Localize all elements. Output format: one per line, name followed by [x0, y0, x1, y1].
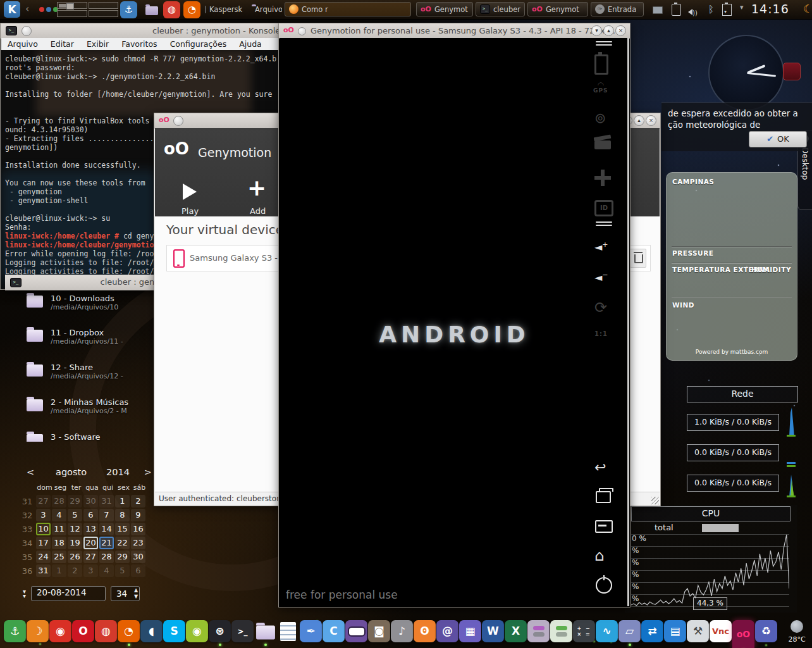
calendar-day[interactable]: 28 — [52, 495, 66, 508]
window-menu-button[interactable] — [22, 26, 32, 36]
task-kaspersk[interactable]: Kaspersk — [201, 2, 245, 16]
rotate-screen-icon[interactable]: ⟳ — [594, 299, 607, 316]
network-widget[interactable]: Rede 1.0 KiB/s / 0.0 KiB/s0.0 KiB/s / 0.… — [687, 386, 798, 500]
menu-item-arquivo[interactable]: Arquivo — [1, 38, 44, 50]
opera-dock-icon[interactable]: O — [72, 620, 94, 642]
calendar-day[interactable]: 2 — [131, 495, 145, 508]
emulator-titlebar[interactable]: oO Genymotion for personal use - Samsung… — [279, 23, 630, 39]
week-spinner[interactable]: 34 ▲▼ — [111, 586, 140, 601]
calendar-day[interactable]: 13 — [83, 523, 98, 535]
menu-item-configurações[interactable]: Configurações — [164, 38, 233, 50]
calendar-day[interactable]: 31 — [36, 564, 51, 577]
calendar-day[interactable]: 4 — [99, 564, 114, 577]
analog-clock-widget[interactable] — [708, 35, 784, 111]
bird-app-dock-icon[interactable]: ◉ — [186, 620, 208, 642]
play-icon[interactable] — [183, 184, 197, 200]
screen-cast-dock-icon[interactable]: ▱ — [618, 620, 641, 642]
grin-app-dock-icon[interactable] — [345, 620, 367, 642]
task-genymot[interactable]: oOGenymot — [416, 2, 473, 16]
battery-icon[interactable] — [594, 54, 608, 75]
terminal-dock-icon[interactable]: >_ — [231, 620, 254, 642]
wolf-app-dock-icon[interactable]: ◖ — [140, 620, 163, 642]
firefox-dock-icon[interactable]: ◔ — [118, 620, 140, 642]
calendar-day[interactable]: 9 — [131, 509, 145, 521]
task-arquivos[interactable]: Arquivos — [248, 2, 282, 16]
chromium-launcher-icon[interactable]: ◍ — [163, 1, 180, 18]
back-icon[interactable]: ↩ — [594, 459, 606, 475]
admin-tools-dock-icon[interactable]: ⚒ — [687, 620, 709, 642]
calendar-day[interactable]: 14 — [99, 523, 114, 535]
date-input[interactable]: 20-08-2014 — [31, 586, 106, 601]
panel-expander-icon[interactable]: ‹ — [25, 3, 29, 15]
speaker-app-dock-icon[interactable]: ♪ — [391, 620, 413, 642]
minimize-button[interactable]: ▾ — [591, 25, 602, 36]
calendar-day[interactable]: 6 — [83, 509, 98, 521]
kde-menu-button[interactable]: K — [4, 1, 20, 18]
calendar-day[interactable]: 30 — [131, 551, 145, 563]
weather-widget[interactable]: CAMPINAS PRESSURE TEMPERATURA EXTERNA HU… — [666, 172, 797, 361]
vnc-dock-icon[interactable]: Vnc — [710, 620, 732, 642]
menu-item-exibir[interactable]: Exibir — [80, 38, 115, 50]
calendar-day[interactable]: 19 — [68, 537, 82, 549]
calendar-day[interactable]: 23 — [131, 537, 145, 549]
calendar-day[interactable]: 28 — [99, 551, 114, 563]
toggles-green-dock-icon[interactable] — [550, 620, 572, 642]
calendar-day[interactable]: 29 — [68, 495, 82, 508]
teamviewer-dock-icon[interactable]: ⇄ — [641, 620, 663, 642]
delete-device-button[interactable] — [630, 249, 646, 268]
drag-handle-icon[interactable] — [596, 41, 612, 42]
system-monitor-dock-icon[interactable]: ∿ — [596, 620, 618, 642]
close-button[interactable]: × — [615, 25, 626, 36]
calendar-day[interactable]: 6 — [131, 564, 145, 577]
kaspersky-tray-icon[interactable] — [653, 3, 663, 16]
menu-item-ajuda[interactable]: Ajuda — [233, 38, 268, 50]
camera-dock-icon[interactable]: ◙ — [368, 620, 390, 642]
webcam-icon[interactable]: ⊚ — [594, 110, 606, 126]
calendar-day[interactable]: 12 — [68, 523, 82, 535]
remote-dpad-icon[interactable] — [594, 170, 611, 186]
calendar-day[interactable]: 3 — [36, 509, 51, 521]
anchor-launcher-icon[interactable]: ⚓ — [120, 1, 137, 18]
drag-handle-icon[interactable] — [596, 44, 612, 46]
maximize-button[interactable]: ▴ — [634, 115, 644, 126]
calendar-day[interactable]: 18 — [52, 537, 66, 549]
calendar-day[interactable]: 11 — [52, 523, 66, 535]
notes-dock-icon[interactable] — [277, 620, 299, 642]
calendar-day[interactable]: 4 — [52, 509, 66, 521]
calculator-dock-icon[interactable]: + −× = — [573, 620, 595, 642]
add-icon[interactable]: + — [247, 175, 266, 201]
browser-swoosh-dock-icon[interactable]: ☽ — [27, 620, 49, 642]
add-button-label[interactable]: Add — [250, 206, 266, 216]
calendar-month[interactable]: agosto — [56, 467, 87, 477]
calendar-day[interactable]: 1 — [52, 564, 66, 577]
chromium-dock-icon[interactable]: ◍ — [95, 620, 117, 642]
tray-expander-icon[interactable]: ▾ — [740, 1, 744, 14]
folder-item[interactable]: 3 - Software — [27, 432, 101, 442]
calendar-day[interactable]: 16 — [131, 523, 145, 535]
blue-doc-dock-icon[interactable]: ▤ — [664, 620, 686, 642]
status-dot-red[interactable] — [39, 7, 44, 12]
volume-up-icon[interactable]: ◄+ — [594, 240, 608, 253]
firefox-launcher-icon[interactable]: ◔ — [183, 1, 200, 18]
resize-grip[interactable] — [651, 497, 659, 504]
calendar-day[interactable]: 29 — [115, 551, 130, 563]
calendar-day[interactable]: 5 — [115, 564, 130, 577]
power-icon[interactable] — [596, 577, 612, 594]
calendar-day[interactable]: 2 — [68, 564, 82, 577]
calendar-day[interactable]: 8 — [115, 509, 130, 521]
calendar-next-button[interactable]: > — [144, 467, 152, 477]
cpu-widget[interactable]: CPU total 0 %%%%%% 44,3 % — [625, 505, 797, 613]
blender-dock-icon[interactable]: ʘ — [414, 620, 436, 642]
volume-down-icon[interactable]: ◄− — [594, 271, 608, 284]
ok-button[interactable]: ✔OK — [749, 131, 807, 147]
menu-item-editar[interactable]: Editar — [44, 38, 80, 50]
steam-dock-icon[interactable]: ⊛ — [209, 620, 231, 642]
calendar-day[interactable]: 27 — [83, 551, 98, 563]
calendar-day[interactable]: 1 — [115, 495, 130, 508]
bluetooth-icon[interactable]: ᛒ — [708, 3, 714, 16]
close-button[interactable]: × — [646, 115, 656, 126]
status-dot-blue[interactable] — [46, 7, 51, 12]
screencast-icon[interactable] — [594, 140, 611, 149]
calendar-day[interactable]: 25 — [52, 551, 66, 563]
task-cleuber[interactable]: >_cleuber — [476, 2, 525, 16]
